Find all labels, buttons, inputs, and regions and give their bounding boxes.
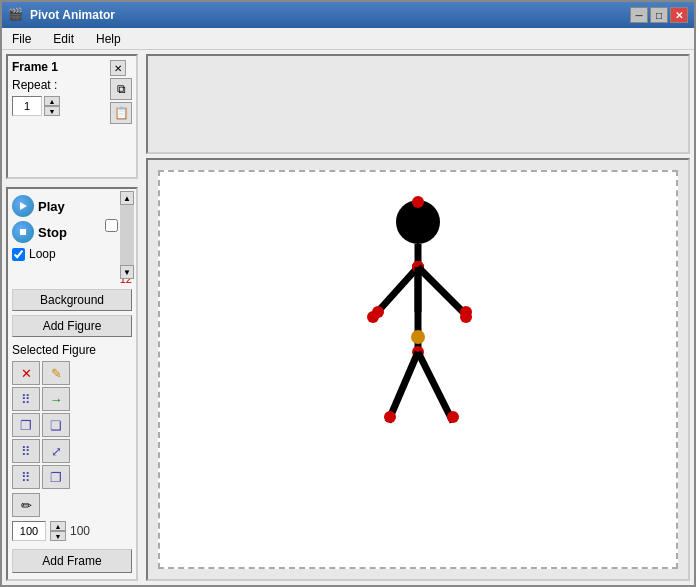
- frame-title: Frame 1: [12, 60, 58, 74]
- scroll-down-button[interactable]: ▼: [120, 265, 134, 279]
- maximize-button[interactable]: □: [650, 7, 668, 23]
- svg-line-16: [418, 352, 453, 422]
- svg-point-13: [411, 330, 425, 344]
- copy-button-1[interactable]: ❐: [12, 413, 40, 437]
- size-input[interactable]: [12, 521, 46, 541]
- drawing-canvas[interactable]: [158, 170, 678, 569]
- size-spinner-buttons: ▲ ▼: [50, 521, 66, 541]
- controls-section: ▲ ▼ Play: [6, 187, 138, 581]
- title-bar: 🎬 Pivot Animator ─ □ ✕: [2, 2, 694, 28]
- palette-button[interactable]: ⠿: [12, 465, 40, 489]
- repeat-spinner-buttons: ▲ ▼: [44, 96, 60, 116]
- size-row: ▲ ▼ 100: [12, 521, 132, 541]
- play-button[interactable]: Play: [12, 195, 132, 217]
- svg-point-19: [367, 311, 379, 323]
- background-button[interactable]: Background: [12, 289, 132, 311]
- frame-strip: [146, 54, 690, 154]
- play-label: Play: [38, 199, 65, 214]
- frame-paste-button[interactable]: 📋: [110, 102, 132, 124]
- loop-row: Loop: [12, 247, 132, 261]
- size-decrement[interactable]: ▼: [50, 531, 66, 541]
- menu-edit[interactable]: Edit: [47, 30, 80, 48]
- play-stop-controls: Play Stop Loop: [12, 195, 132, 269]
- svg-rect-1: [20, 229, 26, 235]
- main-window: 🎬 Pivot Animator ─ □ ✕ File Edit Help Fr…: [0, 0, 696, 587]
- left-panel: Frame 1 ✕ ⧉ 📋 Repeat : ▲ ▼: [2, 50, 142, 585]
- svg-marker-0: [20, 202, 27, 210]
- svg-line-9: [418, 267, 468, 317]
- play-circle-icon: [12, 195, 34, 217]
- repeat-decrement[interactable]: ▼: [44, 106, 60, 116]
- minimize-button[interactable]: ─: [630, 7, 648, 23]
- frame-copy-button[interactable]: ⧉: [110, 78, 132, 100]
- menu-help[interactable]: Help: [90, 30, 127, 48]
- stop-label: Stop: [38, 225, 67, 240]
- size-display: 100: [70, 524, 90, 538]
- loop-label: Loop: [29, 247, 56, 261]
- size-increment[interactable]: ▲: [50, 521, 66, 531]
- menu-bar: File Edit Help: [2, 28, 694, 50]
- stop-circle-icon: [12, 221, 34, 243]
- dots-button-2[interactable]: ⠿: [12, 439, 40, 463]
- selected-figure-label: Selected Figure: [12, 343, 132, 357]
- scroll-up-button[interactable]: ▲: [120, 191, 134, 205]
- pencil-tool-button[interactable]: ✏: [12, 493, 40, 517]
- frame-close-button[interactable]: ✕: [110, 60, 126, 76]
- repeat-increment[interactable]: ▲: [44, 96, 60, 106]
- svg-line-15: [388, 352, 418, 422]
- add-figure-button[interactable]: Add Figure: [12, 315, 132, 337]
- copy-button-2[interactable]: ❑: [42, 413, 70, 437]
- menu-file[interactable]: File: [6, 30, 37, 48]
- main-content: Frame 1 ✕ ⧉ 📋 Repeat : ▲ ▼: [2, 50, 694, 585]
- title-controls: ─ □ ✕: [630, 7, 688, 23]
- edit-figure-button[interactable]: ✎: [42, 361, 70, 385]
- canvas-area: [142, 50, 694, 585]
- frame-count: 12: [12, 273, 132, 285]
- loop-checkbox[interactable]: [12, 248, 25, 261]
- expand-button[interactable]: ⤢: [42, 439, 70, 463]
- repeat-label: Repeat :: [12, 78, 57, 92]
- drawing-area[interactable]: [146, 158, 690, 581]
- app-icon: 🎬: [8, 7, 24, 23]
- svg-point-17: [384, 411, 396, 423]
- frame-section: Frame 1 ✕ ⧉ 📋 Repeat : ▲ ▼: [6, 54, 138, 179]
- delete-figure-button[interactable]: ✕: [12, 361, 40, 385]
- stickman-svg: [318, 182, 518, 482]
- title-bar-left: 🎬 Pivot Animator: [8, 7, 115, 23]
- svg-point-3: [412, 196, 424, 208]
- option-checkbox[interactable]: [105, 219, 118, 232]
- frame-header: Frame 1 ✕ ⧉ 📋: [12, 60, 132, 74]
- repeat-input[interactable]: [12, 96, 42, 116]
- extra-tools-row: ✏: [12, 493, 132, 517]
- svg-point-18: [447, 411, 459, 423]
- svg-point-20: [460, 311, 472, 323]
- close-button[interactable]: ✕: [670, 7, 688, 23]
- arrow-button[interactable]: →: [42, 387, 70, 411]
- figure-tools: ✕ ✎ ⠿ → ❐ ❑ ⠿ ⤢ ⠿ ❐: [12, 361, 132, 489]
- add-frame-button[interactable]: Add Frame: [12, 549, 132, 573]
- dots-button-1[interactable]: ⠿: [12, 387, 40, 411]
- layer-button[interactable]: ❐: [42, 465, 70, 489]
- scroll-track: [120, 205, 134, 265]
- window-title: Pivot Animator: [30, 8, 115, 22]
- section-scrollbar: ▲ ▼: [120, 191, 134, 279]
